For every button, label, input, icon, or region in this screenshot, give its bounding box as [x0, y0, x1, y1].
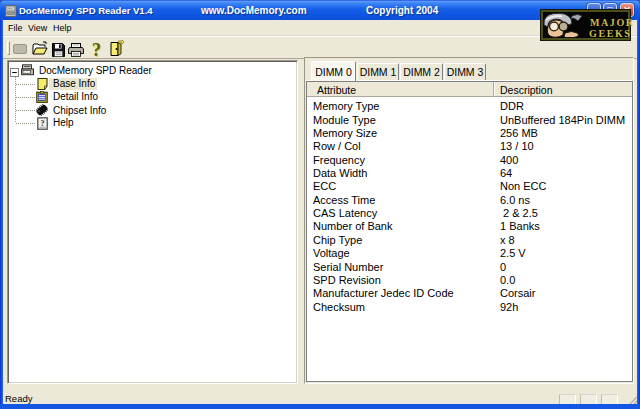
svg-text:?: ?: [41, 119, 45, 128]
